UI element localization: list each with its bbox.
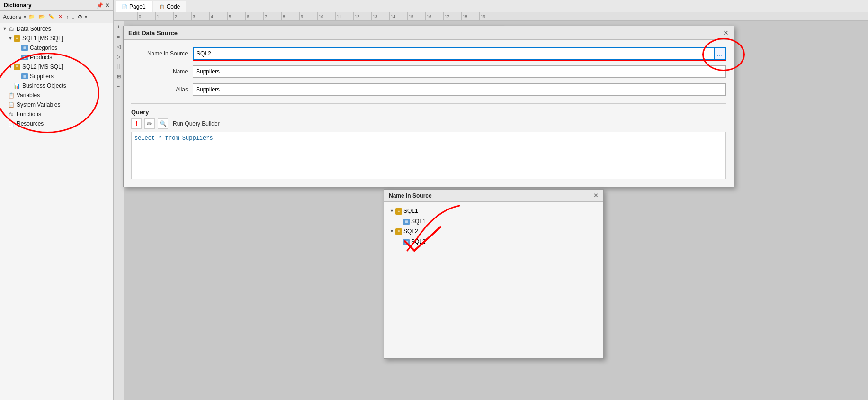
name-in-source-browse-btn[interactable]: … bbox=[714, 47, 726, 60]
actions-dropdown-icon[interactable]: ▾ bbox=[24, 14, 26, 19]
expand-icon: ▼ bbox=[390, 209, 395, 213]
resources-label: Resources bbox=[17, 120, 44, 127]
tree-item-suppliers[interactable]: ▦ Suppliers bbox=[0, 72, 113, 81]
tb-btn-4[interactable]: ▷ bbox=[114, 52, 124, 61]
ruler-mark: 12 bbox=[353, 12, 371, 21]
sub-dialog-body: ▼ ≡ SQL1 ▦ SQL1 ▼ ≡ SQL2 bbox=[384, 202, 603, 358]
sub-dialog-title: Name in Source bbox=[389, 192, 432, 199]
db-icon: ≡ bbox=[13, 35, 21, 42]
tree-item-business-objects[interactable]: 📊 Business Objects bbox=[0, 81, 113, 91]
tab-code-label: Code bbox=[167, 3, 180, 10]
right-area: 📄 Page1 📋 Code 0 1 2 3 4 5 6 7 8 9 10 bbox=[114, 0, 868, 400]
ruler-mark: 7 bbox=[263, 12, 281, 21]
no-expand bbox=[15, 45, 21, 51]
datasources-folder-icon: 🗂 bbox=[8, 25, 15, 33]
query-section: Query ! ✏ 🔍 Run Query Builder select * f… bbox=[131, 103, 726, 179]
tree-item-data-sources[interactable]: ▼ 🗂 Data Sources bbox=[0, 24, 113, 34]
tb-btn-2[interactable]: ≡ bbox=[114, 32, 124, 41]
close-icon[interactable]: ✕ bbox=[105, 2, 109, 9]
open-btn[interactable]: 📂 bbox=[37, 13, 46, 21]
ruler-mark: 6 bbox=[245, 12, 263, 21]
name-in-source-input[interactable] bbox=[193, 47, 714, 60]
sql2-label: SQL2 [MS SQL] bbox=[22, 64, 63, 70]
tree-item-sql1[interactable]: ▼ ≡ SQL1 [MS SQL] bbox=[0, 34, 113, 43]
tree-item-system-variables[interactable]: 📋 System Variables bbox=[0, 100, 113, 109]
ruler-mark: 18 bbox=[461, 12, 479, 21]
tree-item-categories[interactable]: ▦ Categories bbox=[0, 43, 113, 53]
ruler-mark: 14 bbox=[389, 12, 407, 21]
dialog-title: Edit Data Source bbox=[128, 29, 178, 36]
name-in-source-dialog: Name in Source ✕ ▼ ≡ SQL1 ▦ SQL1 bbox=[384, 189, 604, 359]
move-down-btn[interactable]: ↓ bbox=[71, 13, 76, 21]
ruler-mark: 5 bbox=[227, 12, 245, 21]
tb-btn-minus[interactable]: − bbox=[114, 82, 124, 91]
dialog-close-btn[interactable]: ✕ bbox=[723, 29, 729, 36]
variables-label: Variables bbox=[17, 92, 40, 99]
expand-icon: ▼ bbox=[390, 229, 395, 234]
db-icon: ≡ bbox=[13, 63, 21, 71]
new-folder-btn[interactable]: 📁 bbox=[27, 13, 36, 21]
sub-tree-sql1-child[interactable]: ▦ SQL1 bbox=[388, 216, 600, 226]
page1-icon: 📄 bbox=[122, 4, 127, 9]
ruler-mark: 2 bbox=[173, 12, 191, 21]
ruler-mark: 8 bbox=[281, 12, 299, 21]
actions-label: Actions bbox=[3, 14, 21, 20]
tab-page1[interactable]: 📄 Page1 bbox=[116, 1, 152, 12]
sub-tree-sql2-root[interactable]: ▼ ≡ SQL2 bbox=[388, 226, 600, 236]
bo-icon: 📊 bbox=[13, 82, 21, 90]
tree-item-products[interactable]: ▦ Products bbox=[0, 53, 113, 62]
name-in-source-label: Name in Source bbox=[131, 50, 188, 57]
sub-tree-sql1-root[interactable]: ▼ ≡ SQL1 bbox=[388, 206, 600, 216]
ruler-mark: 17 bbox=[443, 12, 461, 21]
ruler-mark: 19 bbox=[479, 12, 497, 21]
tree-item-functions[interactable]: fx Functions bbox=[0, 109, 113, 119]
db-folder-icon: ≡ bbox=[395, 227, 402, 235]
no-expand bbox=[2, 102, 8, 108]
ruler-mark: 3 bbox=[191, 12, 209, 21]
name-input[interactable] bbox=[193, 65, 726, 78]
suppliers-label: Suppliers bbox=[30, 73, 54, 80]
warning-btn[interactable]: ! bbox=[131, 118, 142, 129]
alias-input[interactable] bbox=[193, 83, 726, 96]
name-in-source-input-group: … bbox=[193, 47, 726, 60]
no-expand bbox=[397, 218, 403, 225]
content-toolbar: + ≡ ◁ ▷ || ⊞ − bbox=[114, 21, 124, 400]
sub-tree-sql2-child[interactable]: ▦ SQL2 bbox=[388, 236, 600, 246]
edit-datasource-dialog: Edit Data Source ✕ Name in Source … bbox=[123, 26, 734, 187]
tb-btn-3[interactable]: ◁ bbox=[114, 42, 124, 51]
sub-dialog-close-btn[interactable]: ✕ bbox=[593, 192, 599, 199]
table-icon: ▦ bbox=[21, 44, 28, 52]
expand-icon: ▼ bbox=[2, 26, 8, 32]
ruler-mark: 9 bbox=[299, 12, 317, 21]
pin-icon[interactable]: 📌 bbox=[97, 2, 103, 9]
delete-btn[interactable]: ✕ bbox=[57, 13, 63, 21]
no-expand bbox=[2, 111, 8, 117]
expand-icon: ▼ bbox=[8, 36, 13, 41]
dictionary-title-bar: Dictionary 📌 ✕ bbox=[0, 0, 113, 11]
table-icon: ▦ bbox=[403, 218, 410, 225]
ruler-mark: 16 bbox=[425, 12, 443, 21]
tree-item-resources[interactable]: 📄 Resources bbox=[0, 119, 113, 128]
ruler-mark: 1 bbox=[155, 12, 173, 21]
query-text[interactable]: select * from Suppliers bbox=[131, 132, 726, 179]
zoom-in-btn[interactable]: + bbox=[114, 22, 124, 31]
sysvar-icon: 📋 bbox=[8, 101, 15, 109]
settings-btn[interactable]: ⚙ bbox=[77, 13, 83, 21]
tb-btn-ruler[interactable]: ⊞ bbox=[114, 72, 124, 81]
sub-dialog-title-bar: Name in Source ✕ bbox=[384, 190, 603, 202]
tree-item-sql2[interactable]: ▼ ≡ SQL2 [MS SQL] bbox=[0, 62, 113, 72]
move-up-btn[interactable]: ↑ bbox=[65, 13, 70, 21]
sub-sql1-root-label: SQL1 bbox=[403, 208, 418, 214]
no-expand bbox=[15, 73, 21, 79]
tab-code[interactable]: 📋 Code bbox=[153, 1, 187, 12]
products-label: Products bbox=[30, 54, 52, 61]
query-edit-btn[interactable]: ✏ bbox=[144, 118, 155, 129]
edit-btn[interactable]: ✏️ bbox=[47, 13, 56, 21]
dialog-body: Name in Source … Name bbox=[124, 40, 734, 187]
no-expand bbox=[8, 83, 13, 89]
tb-btn-5[interactable]: || bbox=[114, 62, 124, 71]
tree-item-variables[interactable]: 📋 Variables bbox=[0, 91, 113, 100]
settings-dropdown-icon[interactable]: ▾ bbox=[85, 14, 87, 19]
query-preview-btn[interactable]: 🔍 bbox=[158, 118, 168, 129]
run-query-builder-btn[interactable]: Run Query Builder bbox=[173, 120, 220, 127]
